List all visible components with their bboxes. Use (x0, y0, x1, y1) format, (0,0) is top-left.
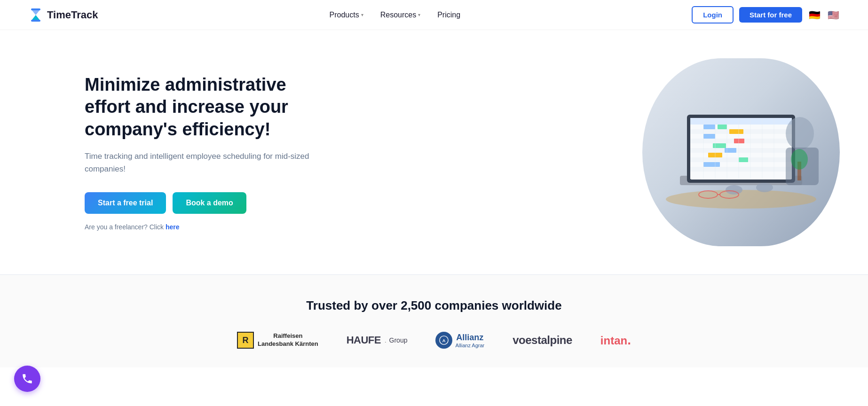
raiffeisen-icon: R (237, 332, 254, 349)
intan-text: intan. (600, 333, 631, 348)
trusted-section: Trusted by over 2,500 companies worldwid… (0, 275, 868, 367)
svg-point-40 (791, 149, 808, 170)
laptop-illustration (661, 86, 821, 218)
voestalpine-text: voestalpine (513, 334, 572, 347)
hero-image (642, 58, 840, 246)
hero-content: Minimize administrative effort and incre… (85, 74, 329, 231)
svg-rect-24 (725, 148, 736, 153)
hero-title: Minimize administrative effort and incre… (85, 74, 329, 141)
svg-rect-0 (31, 8, 40, 10)
raiffeisen-logo: R RaiffeisenLandesbank Kärnten (237, 332, 318, 349)
hero-image-placeholder (642, 58, 840, 246)
svg-rect-11 (690, 143, 792, 148)
svg-rect-23 (713, 143, 726, 148)
freelancer-text: Are you a freelancer? Click here (85, 223, 329, 231)
nav-actions: Login Start for free 🇩🇪 🇺🇸 (692, 6, 840, 23)
svg-rect-1 (31, 20, 40, 22)
chevron-down-icon: ▾ (418, 12, 420, 17)
svg-point-38 (726, 185, 742, 195)
svg-rect-18 (703, 125, 715, 129)
svg-rect-26 (739, 157, 748, 162)
book-demo-button[interactable]: Book a demo (173, 192, 246, 214)
svg-point-35 (786, 117, 814, 150)
svg-text:A: A (442, 338, 446, 343)
login-button[interactable]: Login (692, 6, 734, 23)
nav-links: Products ▾ Resources ▾ Pricing (330, 11, 461, 19)
haufe-group: Group (389, 336, 408, 344)
svg-rect-17 (690, 172, 792, 179)
voestalpine-logo: voestalpine (513, 334, 572, 347)
svg-point-37 (756, 183, 773, 192)
logo-link[interactable]: TimeTrack (28, 8, 98, 23)
allianz-eagle-icon: A (439, 335, 449, 345)
svg-rect-12 (690, 148, 792, 153)
chevron-down-icon: ▾ (361, 12, 363, 17)
company-logos: R RaiffeisenLandesbank Kärnten HAUFE . G… (28, 332, 840, 349)
logo-icon (28, 8, 43, 23)
nav-pricing[interactable]: Pricing (437, 11, 460, 19)
us-flag-button[interactable]: 🇺🇸 (827, 8, 840, 22)
svg-rect-13 (690, 153, 792, 157)
start-for-free-button[interactable]: Start for free (739, 7, 802, 23)
nav-products[interactable]: Products ▾ (330, 11, 363, 19)
hero-subtitle: Time tracking and intelligent employee s… (85, 150, 329, 175)
svg-rect-19 (718, 125, 727, 129)
allianz-logo: A Allianz Allianz Agrar (435, 332, 484, 349)
trusted-title: Trusted by over 2,500 companies worldwid… (28, 298, 840, 313)
svg-rect-16 (690, 167, 792, 172)
hero-buttons: Start a free trial Book a demo (85, 192, 329, 214)
intan-logo: intan. (600, 333, 631, 348)
raiffeisen-text: RaiffeisenLandesbank Kärnten (258, 332, 318, 348)
haufe-dot: . (385, 337, 387, 344)
svg-rect-20 (729, 129, 743, 134)
freelancer-link[interactable]: here (166, 223, 180, 231)
haufe-logo: HAUFE . Group (347, 334, 408, 346)
allianz-icon: A (435, 332, 452, 349)
haufe-text: HAUFE (347, 334, 381, 346)
svg-rect-22 (734, 139, 744, 143)
german-flag-button[interactable]: 🇩🇪 (808, 8, 821, 22)
navbar: TimeTrack Products ▾ Resources ▾ Pricing… (0, 0, 868, 30)
nav-resources[interactable]: Resources ▾ (380, 11, 420, 19)
svg-rect-27 (703, 162, 720, 167)
svg-point-2 (666, 190, 816, 209)
start-free-trial-button[interactable]: Start a free trial (85, 192, 166, 214)
logo-text: TimeTrack (47, 9, 98, 21)
hero-section: Minimize administrative effort and incre… (0, 30, 868, 274)
svg-rect-21 (703, 134, 715, 139)
intan-dot: . (627, 333, 631, 347)
allianz-text: Allianz Allianz Agrar (455, 333, 484, 348)
svg-rect-6 (690, 118, 792, 125)
